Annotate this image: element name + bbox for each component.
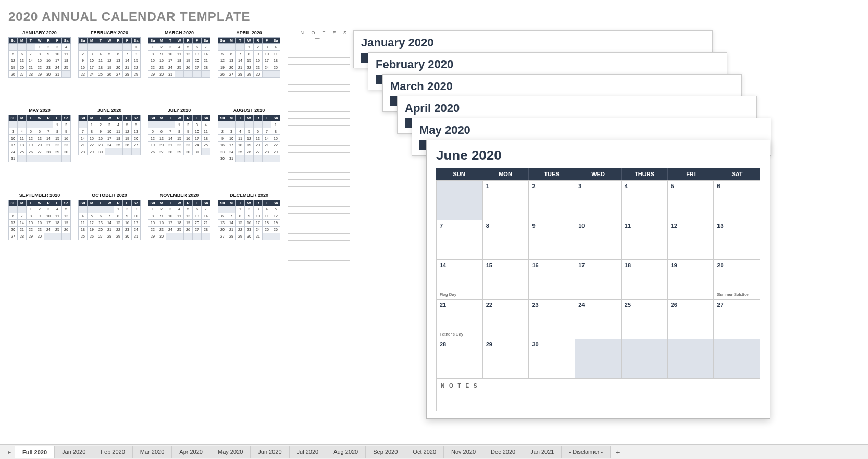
mini-day-cell: 30 <box>35 233 44 240</box>
sheet-tab[interactable]: - Disclaimer - <box>562 446 611 458</box>
notes-line[interactable] <box>288 78 350 85</box>
front-day-cell[interactable]: 11 <box>622 220 668 260</box>
front-day-cell[interactable]: 26 <box>668 300 714 339</box>
front-day-cell[interactable]: 27 <box>714 300 760 339</box>
notes-line[interactable] <box>288 166 350 173</box>
notes-line[interactable] <box>288 200 350 207</box>
notes-line[interactable] <box>288 207 350 214</box>
notes-line[interactable] <box>288 254 350 261</box>
notes-line[interactable] <box>288 71 350 78</box>
front-day-cell[interactable]: 30 <box>529 339 575 379</box>
front-day-cell[interactable]: 4 <box>622 181 668 220</box>
notes-line[interactable] <box>288 85 350 92</box>
mini-day-header: R <box>114 115 123 121</box>
mini-day-cell: 17 <box>132 219 141 226</box>
front-day-cell[interactable]: 21Father's Day <box>437 300 483 339</box>
front-day-cell[interactable]: 12 <box>668 220 714 260</box>
front-notes-area[interactable]: N O T E S <box>436 379 760 411</box>
mini-month-title: AUGUST 2020 <box>218 108 280 113</box>
notes-line[interactable] <box>288 214 350 220</box>
notes-line[interactable] <box>288 227 350 234</box>
notes-line[interactable] <box>288 247 350 254</box>
notes-line[interactable] <box>288 146 350 153</box>
notes-line[interactable] <box>288 51 350 58</box>
sheet-tab[interactable]: Dec 2020 <box>483 446 523 458</box>
front-day-cell[interactable] <box>575 339 622 379</box>
notes-line[interactable] <box>288 139 350 146</box>
front-day-cell[interactable]: 13 <box>714 220 760 260</box>
tab-add-button[interactable]: + <box>611 446 625 458</box>
front-day-cell[interactable]: 24 <box>575 300 622 339</box>
front-day-cell[interactable]: 17 <box>575 260 622 300</box>
sheet-tab[interactable]: Nov 2020 <box>444 446 483 458</box>
front-day-cell[interactable]: 5 <box>668 181 714 220</box>
sheet-tab[interactable]: Feb 2020 <box>93 446 132 458</box>
notes-line[interactable] <box>288 187 350 193</box>
mini-day-cell: 6 <box>96 213 105 219</box>
mini-month-title: OCTOBER 2020 <box>78 193 141 198</box>
notes-line[interactable] <box>288 98 350 105</box>
front-day-cell[interactable]: 10 <box>575 220 622 260</box>
front-day-cell[interactable]: 9 <box>529 220 575 260</box>
sheet-tab[interactable]: Jul 2020 <box>290 446 327 458</box>
mini-day-cell: 27 <box>157 148 166 155</box>
front-day-cell[interactable]: 25 <box>622 300 668 339</box>
front-day-cell[interactable]: 6 <box>714 181 760 220</box>
mini-day-cell: 13 <box>18 57 27 64</box>
front-day-cell[interactable]: 8 <box>483 220 529 260</box>
mini-day-cell: 5 <box>245 128 254 135</box>
sheet-tab[interactable]: May 2020 <box>210 446 251 458</box>
sheet-tab[interactable]: Oct 2020 <box>405 446 444 458</box>
sheet-tab[interactable]: Jun 2020 <box>251 446 289 458</box>
tab-nav-prev[interactable]: ▸ <box>4 447 15 457</box>
notes-line[interactable] <box>288 44 350 51</box>
front-day-cell[interactable]: 19 <box>668 260 714 300</box>
front-day-cell[interactable]: 23 <box>529 300 575 339</box>
front-day-cell[interactable]: 16 <box>529 260 575 300</box>
notes-line[interactable] <box>288 180 350 187</box>
sheet-tab[interactable]: Aug 2020 <box>326 446 366 458</box>
sheet-tab[interactable]: Jan 2020 <box>55 446 93 458</box>
front-day-cell[interactable]: 14Flag Day <box>437 260 483 300</box>
notes-line[interactable] <box>288 119 350 126</box>
front-day-cell[interactable]: 3 <box>575 181 622 220</box>
notes-line[interactable] <box>288 92 350 98</box>
front-day-cell[interactable]: 15 <box>483 260 529 300</box>
mini-day-cell: 2 <box>254 44 263 51</box>
front-day-cell[interactable]: 22 <box>483 300 529 339</box>
notes-line[interactable] <box>288 220 350 227</box>
front-day-cell[interactable]: 29 <box>483 339 529 379</box>
front-day-cell[interactable]: 7 <box>437 220 483 260</box>
notes-line[interactable] <box>288 105 350 112</box>
front-day-cell[interactable]: 20Summer Solstice <box>714 260 760 300</box>
front-day-cell[interactable]: 1 <box>483 181 529 220</box>
front-day-cell[interactable] <box>622 339 668 379</box>
notes-line[interactable] <box>288 159 350 166</box>
mini-day-cell: 25 <box>18 148 27 155</box>
mini-day-header: F <box>123 115 132 121</box>
sheet-tab[interactable]: Sep 2020 <box>366 446 405 458</box>
notes-line[interactable] <box>288 58 350 65</box>
notes-line[interactable] <box>288 193 350 200</box>
front-day-cell[interactable] <box>714 339 760 379</box>
sheet-tab[interactable]: Mar 2020 <box>133 446 172 458</box>
notes-line[interactable] <box>288 234 350 241</box>
notes-line[interactable] <box>288 153 350 159</box>
front-day-cell[interactable]: 18 <box>622 260 668 300</box>
front-day-cell[interactable]: 2 <box>529 181 575 220</box>
notes-line[interactable] <box>288 132 350 139</box>
sheet-tab[interactable]: Full 2020 <box>15 446 55 458</box>
sheet-tab[interactable]: Jan 2021 <box>523 446 562 458</box>
notes-line[interactable] <box>288 112 350 119</box>
notes-line[interactable] <box>288 173 350 180</box>
mini-day-header: T <box>166 200 175 206</box>
front-day-cell[interactable]: 28 <box>437 339 483 379</box>
mini-day-cell: 6 <box>132 121 141 128</box>
mini-day-cell: 13 <box>227 57 236 64</box>
notes-line[interactable] <box>288 241 350 247</box>
sheet-tab[interactable]: Apr 2020 <box>172 446 210 458</box>
front-day-cell[interactable] <box>437 181 483 220</box>
notes-line[interactable] <box>288 65 350 71</box>
notes-line[interactable] <box>288 126 350 132</box>
front-day-cell[interactable] <box>668 339 714 379</box>
